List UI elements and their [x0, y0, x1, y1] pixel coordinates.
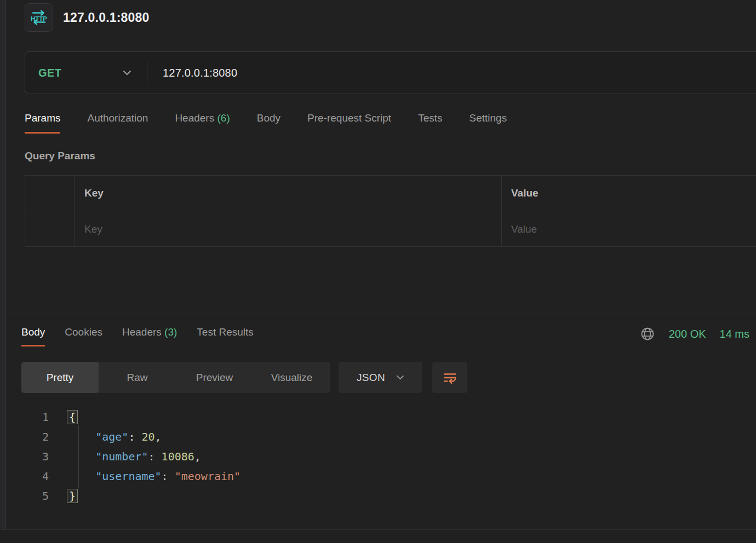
- code-text: "age": 20,: [49, 427, 162, 447]
- line-number: 5: [16, 486, 49, 506]
- postman-window: { "header": { "title": "127.0.0.1:8080",…: [0, 0, 756, 543]
- table-header-row: Key Value: [25, 176, 756, 211]
- response-tab-test-results[interactable]: Test Results: [197, 326, 253, 346]
- line-number: 1: [16, 407, 49, 427]
- line-number: 3: [16, 447, 49, 466]
- globe-icon[interactable]: [640, 326, 655, 342]
- code-text: {: [49, 407, 76, 427]
- request-url-bar: GET 127.0.0.1:8080: [25, 51, 756, 94]
- response-time: 14 ms: [720, 328, 749, 340]
- checkbox-column-header: [25, 176, 75, 211]
- line-number: 4: [16, 466, 49, 486]
- tab-params[interactable]: Params: [25, 112, 60, 134]
- chevron-down-icon: [396, 375, 404, 380]
- line-number: 2: [16, 427, 49, 447]
- response-body-code: 1{2 "age": 20,3 "number": 10086,4 "usern…: [6, 407, 756, 506]
- response-view-controls: Pretty Raw Preview Visualize JSON: [21, 362, 467, 393]
- view-tab-raw[interactable]: Raw: [99, 362, 176, 393]
- view-tab-preview[interactable]: Preview: [176, 362, 253, 393]
- response-tabs: Body Cookies Headers (3) Test Results: [21, 326, 273, 346]
- key-column-header: Key: [75, 176, 502, 211]
- query-params-title: Query Params: [25, 150, 95, 162]
- response-meta: 200 OK 14 ms: [640, 326, 749, 342]
- tab-pre-request-script[interactable]: Pre-request Script: [307, 112, 391, 134]
- request-tabs: Params Authorization Headers (6) Body Pr…: [25, 112, 534, 134]
- tab-tests[interactable]: Tests: [418, 112, 442, 134]
- language-label: JSON: [357, 372, 385, 384]
- tab-body[interactable]: Body: [257, 112, 280, 134]
- code-line: 3 "number": 10086,: [6, 447, 756, 466]
- view-mode-segmented-control: Pretty Raw Preview Visualize: [21, 362, 330, 393]
- query-params-table: Key Value Key Value: [25, 175, 756, 247]
- value-input[interactable]: Value: [502, 211, 756, 247]
- panel-divider[interactable]: [0, 314, 756, 314]
- response-tab-headers[interactable]: Headers (3): [122, 326, 177, 346]
- status-bar: [0, 529, 756, 543]
- http-icon: HTTP: [25, 3, 53, 32]
- response-tab-body[interactable]: Body: [21, 326, 45, 346]
- code-line: 4 "username": "meowrain": [6, 466, 756, 486]
- code-text: }: [49, 486, 76, 506]
- request-title: 127.0.0.1:8080: [63, 10, 150, 25]
- method-label: GET: [38, 67, 61, 79]
- code-text: "number": 10086,: [49, 447, 201, 466]
- tab-settings[interactable]: Settings: [469, 112, 507, 134]
- view-tab-visualize[interactable]: Visualize: [253, 362, 330, 393]
- view-tab-pretty[interactable]: Pretty: [21, 362, 99, 393]
- request-title-row: HTTP 127.0.0.1:8080: [25, 3, 150, 32]
- language-dropdown[interactable]: JSON: [339, 362, 422, 393]
- code-line: 5}: [6, 486, 756, 506]
- url-input[interactable]: 127.0.0.1:8080: [147, 67, 237, 79]
- row-checkbox-cell: [25, 211, 75, 247]
- response-headers-count-badge: (3): [164, 326, 177, 338]
- beautify-wrap-icon[interactable]: [432, 362, 467, 393]
- tab-authorization[interactable]: Authorization: [87, 112, 148, 134]
- value-column-header: Value: [502, 176, 756, 211]
- code-text: "username": "meowrain": [49, 466, 240, 486]
- headers-count-badge: (6): [217, 112, 230, 124]
- tab-headers[interactable]: Headers (6): [175, 112, 230, 134]
- key-input[interactable]: Key: [75, 211, 502, 247]
- svg-text:HTTP: HTTP: [31, 15, 47, 22]
- status-badge: 200 OK: [669, 328, 706, 340]
- chevron-down-icon: [123, 70, 131, 76]
- table-row: Key Value: [25, 211, 756, 247]
- code-line: 1{: [6, 407, 756, 427]
- response-tab-cookies[interactable]: Cookies: [65, 326, 102, 346]
- method-dropdown[interactable]: GET: [25, 52, 147, 94]
- main-panel: HTTP 127.0.0.1:8080 GET 127.0.0.1:8080 P…: [5, 0, 756, 529]
- indent-guide: [78, 425, 79, 488]
- code-line: 2 "age": 20,: [6, 427, 756, 447]
